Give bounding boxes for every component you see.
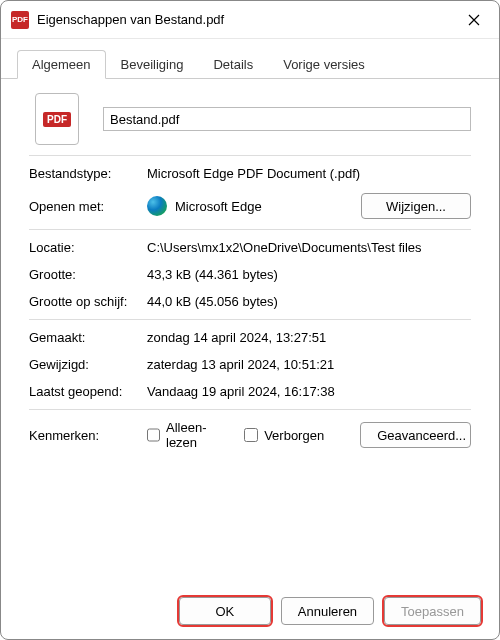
readonly-checkbox[interactable] (147, 428, 160, 442)
attrs-grid: Kenmerken: Alleen-lezen Verborgen Geavan… (29, 420, 471, 450)
pdf-file-icon-label: PDF (43, 112, 71, 127)
value-location: C:\Users\mx1x2\OneDrive\Documents\Test f… (147, 240, 471, 255)
properties-window: PDF Eigenschappen van Bestand.pdf Algeme… (0, 0, 500, 640)
ok-button[interactable]: OK (179, 597, 271, 625)
tab-general[interactable]: Algemeen (17, 50, 106, 79)
attributes-row: Alleen-lezen Verborgen Geavanceerd... (147, 420, 471, 450)
cancel-button[interactable]: Annuleren (281, 597, 374, 625)
label-location: Locatie: (29, 240, 147, 255)
value-filetype: Microsoft Edge PDF Document (.pdf) (147, 166, 471, 181)
divider (29, 229, 471, 230)
divider (29, 319, 471, 320)
pdf-file-icon: PDF (35, 93, 79, 145)
readonly-text: Alleen-lezen (166, 420, 226, 450)
label-accessed: Laatst geopend: (29, 384, 147, 399)
tab-previous-versions[interactable]: Vorige versies (268, 50, 380, 79)
label-filetype: Bestandstype: (29, 166, 147, 181)
readonly-checkbox-label[interactable]: Alleen-lezen (147, 420, 226, 450)
footer: OK Annuleren Toepassen (1, 585, 499, 639)
file-header-row: PDF (29, 93, 471, 145)
edge-icon (147, 196, 167, 216)
value-size-on-disk: 44,0 kB (45.056 bytes) (147, 294, 471, 309)
dates-grid: Gemaakt: zondag 14 april 2024, 13:27:51 … (29, 330, 471, 399)
content: PDF Bestandstype: Microsoft Edge PDF Doc… (1, 79, 499, 585)
close-icon[interactable] (455, 5, 493, 35)
tabs: Algemeen Beveiliging Details Vorige vers… (1, 39, 499, 79)
label-openwith: Openen met: (29, 199, 147, 214)
hidden-checkbox-label[interactable]: Verborgen (244, 428, 324, 443)
pdf-app-icon: PDF (11, 11, 29, 29)
openwith-row: Microsoft Edge Wijzigen... (147, 193, 471, 219)
value-accessed: Vandaag 19 april 2024, 16:17:38 (147, 384, 471, 399)
size-grid: Locatie: C:\Users\mx1x2\OneDrive\Documen… (29, 240, 471, 309)
value-created: zondag 14 april 2024, 13:27:51 (147, 330, 471, 345)
label-attributes: Kenmerken: (29, 428, 147, 443)
advanced-button[interactable]: Geavanceerd... (360, 422, 471, 448)
label-modified: Gewijzigd: (29, 357, 147, 372)
type-grid: Bestandstype: Microsoft Edge PDF Documen… (29, 166, 471, 219)
label-size-on-disk: Grootte op schijf: (29, 294, 147, 309)
window-title: Eigenschappen van Bestand.pdf (37, 12, 455, 27)
value-size: 43,3 kB (44.361 bytes) (147, 267, 471, 282)
label-created: Gemaakt: (29, 330, 147, 345)
value-modified: zaterdag 13 april 2024, 10:51:21 (147, 357, 471, 372)
divider (29, 155, 471, 156)
hidden-checkbox[interactable] (244, 428, 258, 442)
tab-details[interactable]: Details (198, 50, 268, 79)
titlebar: PDF Eigenschappen van Bestand.pdf (1, 1, 499, 39)
change-button[interactable]: Wijzigen... (361, 193, 471, 219)
tab-security[interactable]: Beveiliging (106, 50, 199, 79)
label-size: Grootte: (29, 267, 147, 282)
apply-button[interactable]: Toepassen (384, 597, 481, 625)
hidden-text: Verborgen (264, 428, 324, 443)
filename-input[interactable] (103, 107, 471, 131)
value-openwith: Microsoft Edge (175, 199, 353, 214)
divider (29, 409, 471, 410)
